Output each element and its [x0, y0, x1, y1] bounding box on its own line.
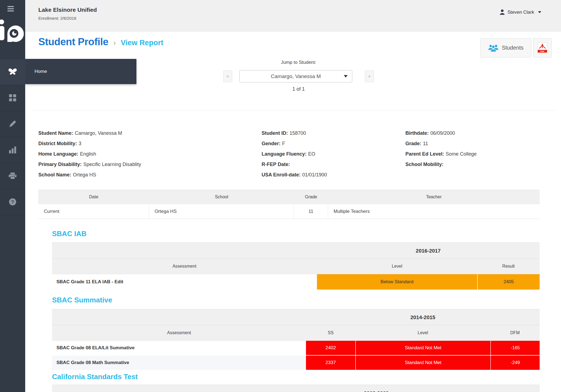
enrollment-table-header: Date School Grade Teacher — [38, 190, 540, 204]
next-student-button[interactable]: > — [365, 70, 374, 82]
column-header-ss: SS — [306, 330, 355, 335]
sidebar-item-home[interactable] — [0, 59, 25, 85]
info-label: Primary Disability: — [38, 162, 82, 167]
table-row: SBAC Grade 08 ELA/Lit Summative 2402 Sta… — [52, 341, 540, 356]
sidebar-item-dashboards[interactable] — [0, 85, 25, 111]
column-header-level: Level — [317, 264, 477, 269]
pdf-export-button[interactable]: PDF — [533, 38, 552, 58]
cst-table-partial: 2008-2009 — [52, 385, 540, 392]
user-menu[interactable]: Steven Clark — [500, 9, 541, 15]
info-value: 11 — [423, 141, 428, 146]
year-header-row: 2014-2015 — [52, 309, 540, 325]
column-header-date: Date — [38, 194, 149, 199]
student-info-column-1: Student Name:Camargo, Vanessa M District… — [38, 128, 141, 180]
info-label: Student Name: — [38, 130, 73, 136]
cell-level: Below Standard — [317, 274, 477, 290]
year-label: 2014-2015 — [306, 314, 540, 321]
sidebar-item-help[interactable]: ? — [0, 189, 25, 215]
section-title-sbac-summative: SBAC Summative — [52, 296, 112, 304]
sbac-summative-table: 2014-2015 Assessment SS Level DFM SBAC G… — [52, 309, 540, 370]
column-header-level: Level — [355, 330, 490, 335]
info-value: English — [80, 151, 96, 157]
students-button-label: Students — [502, 45, 523, 51]
info-label: Language Fluency: — [262, 151, 307, 157]
table-row: SBAC Grade 08 Math Summative 2337 Standa… — [52, 356, 540, 370]
user-icon — [500, 9, 505, 15]
column-header-teacher: Teacher — [328, 194, 540, 199]
table-row: SBAC Grade 11 ELA IAB - Edit Below Stand… — [52, 274, 540, 290]
jump-to-student: Jump to Student: < Camargo, Vanessa M > … — [211, 60, 386, 92]
page-title: Student Profile — [38, 36, 108, 48]
grid-icon — [9, 94, 16, 102]
column-header-result: Result — [477, 264, 540, 269]
bar-chart-icon — [9, 146, 16, 153]
illuminate-io-logo[interactable] — [0, 17, 25, 44]
students-button[interactable]: Students — [480, 38, 531, 58]
svg-text:?: ? — [11, 199, 14, 205]
sidebar-item-assessments[interactable] — [0, 111, 25, 137]
cell-date: Current — [38, 204, 149, 219]
sidebar-flyout-home[interactable]: Home — [25, 59, 136, 84]
cell-grade: 11 — [294, 204, 328, 219]
info-label: USA Enroll-date: — [262, 172, 300, 178]
flyout-label: Home — [35, 69, 47, 74]
jump-to-student-label: Jump to Student: — [211, 60, 386, 65]
student-info-column-3: Birthdate:06/09/2000 Grade:11 Parent Ed … — [405, 128, 477, 170]
student-select-value: Camargo, Vanessa M — [271, 73, 321, 79]
info-value: Camargo, Vanessa M — [75, 130, 122, 136]
cell-result: 2405 — [477, 274, 540, 290]
help-icon: ? — [8, 198, 17, 206]
chevron-down-icon — [344, 75, 348, 78]
user-name: Steven Clark — [508, 10, 534, 15]
student-position: 1 of 1 — [211, 86, 386, 92]
prev-student-button[interactable]: < — [223, 70, 232, 82]
column-header-row: Assessment SS Level DFM — [52, 325, 540, 341]
info-label: Gender: — [262, 141, 280, 146]
sidebar-nav: ? — [0, 59, 25, 215]
pdf-file-icon: PDF — [537, 42, 547, 54]
column-header-dfm: DFM — [490, 330, 540, 335]
info-value: Some College — [446, 151, 477, 157]
breadcrumb: Student Profile › View Report — [38, 36, 163, 48]
info-value: EO — [308, 151, 315, 157]
student-select[interactable]: Camargo, Vanessa M — [239, 70, 352, 82]
sidebar-item-print[interactable] — [0, 163, 25, 189]
cell-ss: 2402 — [306, 341, 355, 355]
section-title-sbac-iab: SBAC IAB — [52, 230, 87, 238]
column-header-grade: Grade — [294, 194, 328, 199]
info-value: 158700 — [290, 130, 306, 136]
column-header-school: School — [149, 194, 294, 199]
cell-level: Standard Not Met — [355, 341, 490, 355]
cell-assessment-name: SBAC Grade 08 ELA/Lit Summative — [52, 341, 306, 355]
info-label: Grade: — [405, 141, 421, 146]
cell-ss: 2337 — [306, 356, 355, 370]
caret-down-icon — [538, 11, 541, 13]
info-label: Student ID: — [262, 130, 288, 136]
info-label: Parent Ed Level: — [405, 151, 444, 157]
hamburger-icon[interactable] — [7, 6, 14, 13]
cell-assessment-name: SBAC Grade 08 Math Summative — [52, 356, 306, 370]
sidebar-item-reports[interactable] — [0, 137, 25, 163]
student-info-column-2: Student ID:158700 Gender:F Language Flue… — [262, 128, 327, 180]
info-label: Home Language: — [38, 151, 78, 157]
info-label: School Mobility: — [405, 162, 443, 167]
page-subtitle: View Report — [121, 39, 164, 47]
column-header-assessment: Assessment — [52, 264, 317, 269]
column-header-row: Assessment Level Result — [52, 259, 540, 274]
table-row: Current Ortega HS 11 Multiple Teachers — [38, 204, 540, 219]
horizontal-divider — [32, 110, 556, 110]
info-value: Specific Learning Disablity — [83, 162, 141, 167]
cell-dfm: -249 — [490, 356, 540, 370]
enrollment-date: Enrollment: 2/6/2018 — [38, 16, 76, 21]
info-label: School Name: — [38, 172, 71, 178]
cell-teacher: Multiple Teachers — [328, 204, 540, 219]
butterfly-icon — [8, 68, 18, 76]
year-header-row: 2016-2017 — [52, 243, 540, 259]
sbac-iab-table: 2016-2017 Assessment Level Result SBAC G… — [52, 242, 540, 290]
year-label: 2008-2009 — [288, 390, 464, 392]
students-group-icon — [488, 44, 499, 52]
pencil-icon — [9, 120, 16, 128]
top-header-band: Lake Elsinore Unified Enrollment: 2/6/20… — [25, 0, 561, 32]
cell-assessment-name: SBAC Grade 11 ELA IAB - Edit — [52, 274, 317, 290]
section-title-cst: California Standards Test — [52, 373, 138, 381]
